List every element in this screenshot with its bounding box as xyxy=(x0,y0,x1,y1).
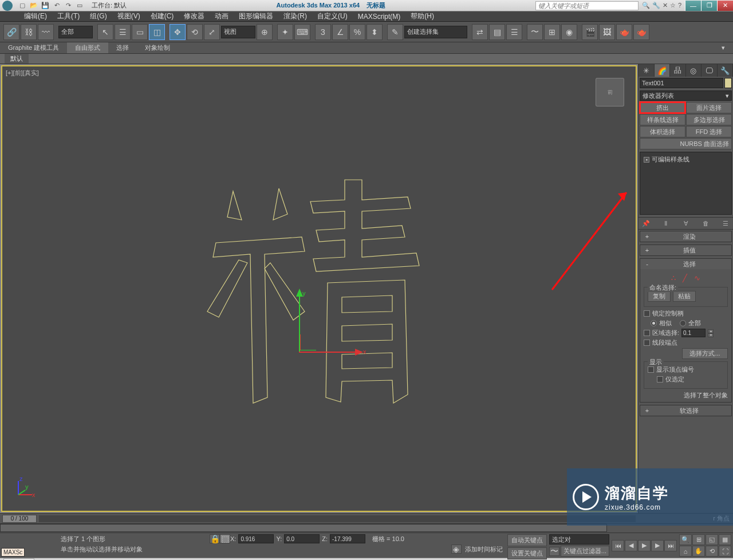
scale-icon[interactable]: ⤢ xyxy=(204,24,220,40)
save-icon[interactable]: 💾 xyxy=(40,1,50,10)
redo-icon[interactable]: ↷ xyxy=(63,1,73,10)
play-icon[interactable]: ▶ xyxy=(638,540,651,551)
percent-snap-icon[interactable]: % xyxy=(349,24,365,40)
subscription-icon[interactable]: 🔧 xyxy=(652,2,660,9)
modifier-list-dropdown[interactable]: 修改器列表▾ xyxy=(640,90,732,101)
bind-spacewarp-icon[interactable]: 〰 xyxy=(38,24,54,40)
remove-modifier-icon[interactable]: 🗑 xyxy=(700,219,711,228)
menu-views[interactable]: 视图(V) xyxy=(113,11,145,22)
mirror-icon[interactable]: ⇄ xyxy=(472,24,488,40)
copy-named-sel-button[interactable]: 复制 xyxy=(648,291,671,302)
orbit-icon[interactable]: ⟲ xyxy=(706,546,718,557)
select-region-icon[interactable]: ▭ xyxy=(132,24,148,40)
object-name-field[interactable] xyxy=(640,78,723,88)
spline-select-button[interactable]: 样条线选择 xyxy=(640,114,685,125)
expand-icon[interactable]: ▪ xyxy=(644,157,649,163)
spline-level-icon[interactable]: ∿ xyxy=(694,274,700,282)
curve-editor-icon[interactable]: 〜 xyxy=(527,24,543,40)
modifier-stack[interactable]: ▪ 可编辑样条线 xyxy=(640,152,732,215)
maximize-viewport-icon[interactable]: ⛶ xyxy=(719,546,731,557)
modify-tab-icon[interactable]: 🌈 xyxy=(655,64,671,77)
search-go-icon[interactable]: 🔍 xyxy=(642,2,650,9)
vertex-level-icon[interactable]: ∴ xyxy=(671,274,676,282)
spinner-up-icon[interactable]: ▴ xyxy=(708,329,714,333)
select-manipulate-icon[interactable]: ✦ xyxy=(277,24,293,40)
prev-frame-icon[interactable]: ◀ xyxy=(625,540,637,551)
project-icon[interactable]: ▭ xyxy=(74,1,85,10)
maximize-button[interactable]: ❐ xyxy=(701,1,717,11)
undo-icon[interactable]: ↶ xyxy=(52,1,62,10)
set-key-button[interactable]: 设置关键点 xyxy=(507,547,547,559)
exchange-icon[interactable]: ✕ xyxy=(663,2,668,9)
motion-tab-icon[interactable]: ◎ xyxy=(686,64,702,77)
selection-list[interactable]: 选定对 xyxy=(549,534,609,545)
zoom-all-icon[interactable]: ⊞ xyxy=(692,534,705,545)
only-selected-checkbox[interactable] xyxy=(657,376,663,382)
help-icon[interactable]: ? xyxy=(678,2,681,9)
absolute-mode-icon[interactable]: ⬚ xyxy=(220,534,230,543)
create-tab-icon[interactable]: ✳ xyxy=(639,64,655,77)
window-crossing-icon[interactable]: ◫ xyxy=(149,24,165,40)
rotate-icon[interactable]: ⟲ xyxy=(187,24,203,40)
all-radio[interactable] xyxy=(680,320,686,326)
move-icon[interactable]: ✥ xyxy=(170,24,186,40)
show-vertex-num-checkbox[interactable] xyxy=(648,366,654,373)
next-frame-icon[interactable]: ▶ xyxy=(651,540,664,551)
nurbs-select-button[interactable]: NURBS 曲面选择 xyxy=(640,138,732,149)
unlink-icon[interactable]: ⛓ xyxy=(21,24,37,40)
show-end-result-icon[interactable]: Ⅱ xyxy=(661,219,671,228)
tab-selection[interactable]: 选择 xyxy=(108,42,137,53)
pan-icon[interactable]: ✋ xyxy=(692,546,705,557)
menu-help[interactable]: 帮助(H) xyxy=(406,11,439,22)
isolate-icon[interactable]: ◈ xyxy=(451,545,462,554)
tab-freeform[interactable]: 自由形式 xyxy=(67,42,108,53)
edit-named-sel-icon[interactable]: ✎ xyxy=(387,24,403,40)
y-coord-field[interactable]: 0.0 xyxy=(284,534,320,543)
vol-select-button[interactable]: 体积选择 xyxy=(640,126,685,137)
selection-filter[interactable]: 全部 xyxy=(58,26,93,38)
viewport-label[interactable]: [+][前][真实] xyxy=(6,69,39,77)
favorites-icon[interactable]: ☆ xyxy=(670,2,676,9)
lock-handles-checkbox[interactable] xyxy=(644,310,650,317)
angle-snap-icon[interactable]: ∠ xyxy=(332,24,348,40)
layers-icon[interactable]: ☰ xyxy=(506,24,522,40)
tab-object-paint[interactable]: 对象绘制 xyxy=(137,42,178,53)
selection-lock-icon[interactable]: 🔒 xyxy=(210,534,220,543)
menu-group[interactable]: 组(G) xyxy=(85,11,111,22)
menu-tools[interactable]: 工具(T) xyxy=(53,11,84,22)
menu-customize[interactable]: 自定义(U) xyxy=(313,11,352,22)
utilities-tab-icon[interactable]: 🔧 xyxy=(718,64,734,77)
area-select-checkbox[interactable] xyxy=(644,330,650,336)
spinner-snap-icon[interactable]: ⬍ xyxy=(366,24,383,40)
menu-edit[interactable]: 编辑(E) xyxy=(19,11,52,22)
infocenter-search[interactable] xyxy=(535,1,639,10)
new-icon[interactable]: ▢ xyxy=(17,1,27,10)
segment-end-checkbox[interactable] xyxy=(644,340,650,346)
x-coord-field[interactable]: 0.916 xyxy=(238,534,274,543)
object-color-swatch[interactable] xyxy=(724,78,732,88)
rendered-frame-icon[interactable]: 🖼 xyxy=(599,24,615,40)
viewcube[interactable]: 前 xyxy=(596,78,624,107)
add-time-tag[interactable]: 添加时间标记 xyxy=(465,545,503,554)
zoom-extents-all-icon[interactable]: ▦ xyxy=(719,534,731,545)
menu-create[interactable]: 创建(C) xyxy=(146,11,179,22)
schematic-view-icon[interactable]: ⊞ xyxy=(544,24,560,40)
ribbon-minimize-icon[interactable]: ▾ xyxy=(714,43,733,53)
menu-modifiers[interactable]: 修改器 xyxy=(179,11,209,22)
render-setup-icon[interactable]: 🎬 xyxy=(582,24,598,40)
key-filters-button[interactable]: 关键点过滤器... xyxy=(561,546,609,557)
select-by-button[interactable]: 选择方式... xyxy=(682,348,728,359)
named-selection-sets[interactable]: 创建选择集 xyxy=(404,26,467,38)
menu-rendering[interactable]: 渲染(R) xyxy=(279,11,312,22)
area-select-spinner[interactable]: 0.1 xyxy=(681,329,706,337)
select-by-name-icon[interactable]: ☰ xyxy=(115,24,131,40)
select-object-icon[interactable]: ↖ xyxy=(97,24,113,40)
minimize-button[interactable]: — xyxy=(685,1,701,11)
goto-start-icon[interactable]: ⏮ xyxy=(612,540,624,551)
display-tab-icon[interactable]: 🖵 xyxy=(702,64,718,77)
material-editor-icon[interactable]: ◉ xyxy=(561,24,577,40)
segment-level-icon[interactable]: ╱ xyxy=(683,274,687,282)
app-menu-icon[interactable] xyxy=(2,1,13,11)
keyboard-shortcut-icon[interactable]: ⌨ xyxy=(294,24,310,40)
trackbar[interactable] xyxy=(0,524,607,532)
